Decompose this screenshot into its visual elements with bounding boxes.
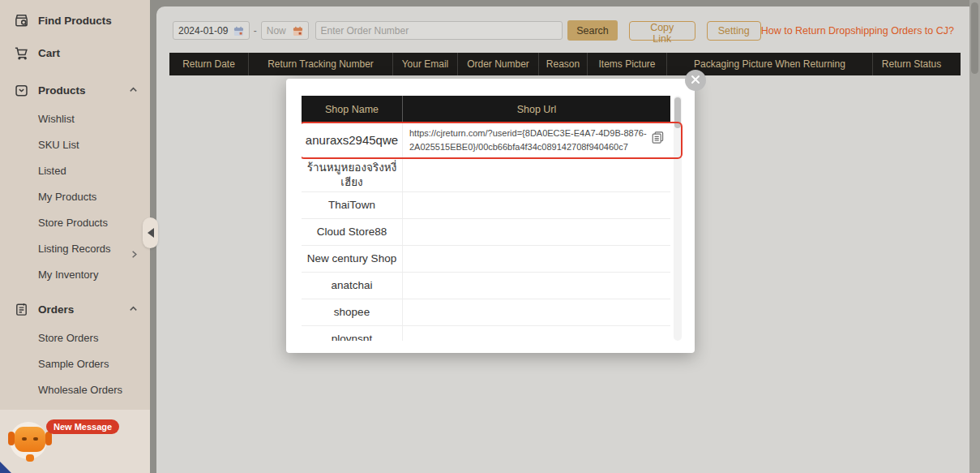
shop-name-cell: anatchai — [302, 273, 403, 299]
order-number-input[interactable] — [315, 21, 563, 40]
shop-row[interactable]: Cloud Store88 — [302, 219, 670, 246]
window-scrollbar-thumb[interactable] — [971, 2, 978, 74]
shop-row[interactable]: shopee — [302, 299, 670, 326]
modal-close-button[interactable] — [685, 70, 706, 91]
corner-decoration — [0, 462, 11, 473]
sidebar-item-label: Find Products — [38, 15, 112, 27]
order-number-value[interactable] — [321, 25, 558, 37]
orders-column-return-date: Return Date — [169, 53, 249, 75]
sidebar-item-label: Sample Orders — [38, 358, 109, 370]
shop-row[interactable]: ThaiTown — [302, 192, 670, 219]
find-products-icon — [13, 12, 29, 28]
orders-column-reason: Reason — [539, 53, 588, 75]
sidebar-item-my-products[interactable]: My Products — [0, 184, 150, 210]
shop-row[interactable]: ploynspt — [302, 326, 670, 341]
products-icon — [13, 82, 29, 98]
shop-name-cell: anuraxs2945qwe — [302, 123, 403, 157]
orders-column-order-number: Order Number — [458, 53, 539, 75]
sidebar-item-sku-list[interactable]: SKU List — [0, 132, 150, 158]
shop-name-cell: ร้านหมูหยองจริงหงี่เฮียง — [302, 158, 403, 191]
new-message-badge[interactable]: New Message — [46, 419, 119, 434]
sidebar-item-wholesale-orders[interactable]: Wholesale Orders — [0, 377, 150, 403]
sidebar-item-wishlist[interactable]: Wishlist — [0, 106, 150, 132]
sidebar-item-label: Orders — [38, 303, 74, 316]
shop-url-cell — [403, 246, 670, 272]
collapse-arrow-icon — [148, 228, 154, 238]
orders-column-return-tracking-number: Return Tracking Number — [249, 53, 393, 75]
shop-url-cell — [403, 273, 670, 299]
orders-column-your-email: Your Email — [393, 53, 458, 75]
shop-row[interactable]: New century Shop — [302, 246, 670, 273]
chat-widget[interactable]: New Message — [0, 410, 150, 473]
search-button[interactable]: Search — [567, 20, 617, 41]
sidebar-item-listing-records[interactable]: Listing Records — [0, 236, 150, 262]
sidebar-item-listed[interactable]: Listed — [0, 158, 150, 184]
shop-url-cell — [403, 326, 670, 341]
copy-link-button[interactable]: Copy Link — [629, 21, 695, 41]
copy-icon[interactable] — [651, 131, 665, 144]
shop-url-cell: https://cjreturn.com/?userid={8DA0EC3E-E… — [403, 123, 670, 157]
shop-name-cell: ThaiTown — [302, 192, 403, 218]
chevron-up-icon — [128, 84, 139, 96]
shop-name-cell: shopee — [302, 299, 403, 325]
shop-name-cell: New century Shop — [302, 246, 403, 272]
sidebar-item-products[interactable]: Products — [0, 74, 150, 106]
sidebar-item-label: My Products — [38, 191, 96, 203]
modal-scrollbar[interactable] — [674, 96, 682, 341]
orders-table-header: Return DateReturn Tracking NumberYour Em… — [169, 53, 961, 75]
how-to-return-link[interactable]: How to Return Dropshipping Orders to CJ? — [761, 25, 954, 37]
sidebar-item-store-orders[interactable]: Store Orders — [0, 325, 150, 351]
close-icon — [691, 75, 700, 87]
orders-icon — [13, 301, 29, 317]
modal-scrollbar-thumb[interactable] — [674, 97, 681, 128]
shop-url-cell — [403, 219, 670, 245]
filter-toolbar: - Search Copy Link Setting How to Return… — [156, 6, 980, 41]
sidebar-menu: Find ProductsCartProductsWishlistSKU Lis… — [0, 0, 150, 429]
setting-button[interactable]: Setting — [707, 21, 761, 41]
calendar-icon — [233, 25, 244, 36]
shop-table: Shop Name Shop Url anuraxs2945qwehttps:/… — [302, 96, 684, 341]
orders-column-items-picture: Items Picture — [588, 53, 667, 75]
date-range-separator: - — [254, 25, 257, 37]
sidebar: Find ProductsCartProductsWishlistSKU Lis… — [0, 0, 150, 473]
shop-row[interactable]: anuraxs2945qwehttps://cjreturn.com/?user… — [302, 123, 670, 158]
shop-name-cell: ploynspt — [302, 326, 403, 341]
sidebar-item-label: Wishlist — [38, 113, 75, 125]
shop-url-cell — [403, 158, 670, 191]
window-scrollbar[interactable] — [969, 0, 980, 473]
shop-url-text: https://cjreturn.com/?userid={8DA0EC3E-E… — [409, 127, 648, 154]
calendar-icon — [293, 25, 303, 36]
shop-url-cell — [403, 299, 670, 325]
cart-icon — [13, 45, 29, 61]
sidebar-item-label: Store Orders — [38, 332, 98, 344]
sidebar-item-label: Store Products — [38, 217, 108, 229]
shop-name-column-header: Shop Name — [302, 96, 403, 123]
date-to-value[interactable] — [267, 25, 289, 37]
orders-column-return-status: Return Status — [873, 53, 950, 75]
shop-row[interactable]: ร้านหมูหยองจริงหงี่เฮียง — [302, 158, 670, 192]
sidebar-item-label: Listing Records — [38, 243, 111, 255]
sidebar-item-label: Listed — [38, 165, 66, 177]
shop-url-cell — [403, 192, 670, 218]
sidebar-item-label: SKU List — [38, 139, 79, 151]
sidebar-item-cart[interactable]: Cart — [0, 37, 150, 69]
sidebar-item-label: My Inventory — [38, 269, 98, 281]
sidebar-collapse-handle[interactable] — [143, 217, 158, 248]
sidebar-item-sample-orders[interactable]: Sample Orders — [0, 351, 150, 377]
sidebar-item-my-inventory[interactable]: My Inventory — [0, 262, 150, 288]
date-to-input[interactable] — [261, 21, 309, 40]
date-from-value[interactable] — [178, 25, 230, 37]
sidebar-item-label: Products — [38, 84, 86, 97]
sidebar-item-orders[interactable]: Orders — [0, 293, 150, 325]
sidebar-item-label: Wholesale Orders — [38, 384, 122, 396]
shop-table-header: Shop Name Shop Url — [302, 96, 670, 123]
date-from-input[interactable] — [173, 21, 250, 40]
sidebar-item-store-products[interactable]: Store Products — [0, 210, 150, 236]
sidebar-item-label: Cart — [38, 47, 60, 59]
shop-table-body: anuraxs2945qwehttps://cjreturn.com/?user… — [302, 123, 670, 341]
shop-row[interactable]: anatchai — [302, 273, 670, 299]
sidebar-item-find-products[interactable]: Find Products — [0, 4, 150, 37]
shop-name-cell: Cloud Store88 — [302, 219, 403, 245]
shop-url-modal: Shop Name Shop Url anuraxs2945qwehttps:/… — [286, 79, 695, 353]
shop-url-column-header: Shop Url — [403, 96, 670, 123]
